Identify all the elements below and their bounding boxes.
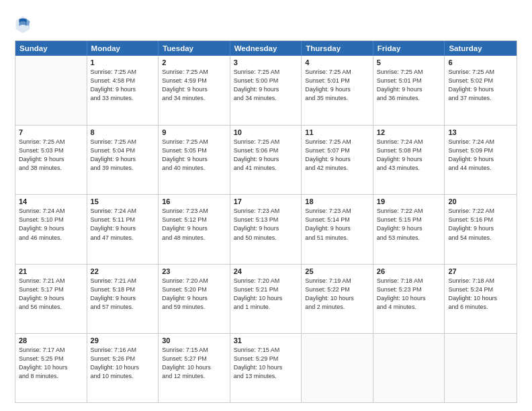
calendar-cell: 26Sunrise: 7:18 AM Sunset: 5:23 PM Dayli…: [373, 265, 445, 333]
day-number: 8: [91, 128, 155, 136]
calendar-cell: [302, 334, 373, 402]
day-number: 29: [91, 336, 155, 345]
day-number: 22: [91, 267, 155, 275]
day-info: Sunrise: 7:25 AM Sunset: 5:00 PM Dayligh…: [234, 68, 298, 103]
day-info: Sunrise: 7:18 AM Sunset: 5:23 PM Dayligh…: [377, 277, 441, 312]
calendar-cell: 9Sunrise: 7:25 AM Sunset: 5:05 PM Daylig…: [159, 126, 230, 194]
day-info: Sunrise: 7:23 AM Sunset: 5:14 PM Dayligh…: [305, 207, 369, 242]
calendar-cell: 8Sunrise: 7:25 AM Sunset: 5:04 PM Daylig…: [87, 126, 159, 194]
calendar-cell: 11Sunrise: 7:25 AM Sunset: 5:07 PM Dayli…: [302, 126, 373, 194]
day-number: 11: [305, 128, 369, 136]
calendar-header: SundayMondayTuesdayWednesdayThursdayFrid…: [15, 41, 517, 56]
day-info: Sunrise: 7:19 AM Sunset: 5:22 PM Dayligh…: [305, 277, 369, 312]
day-info: Sunrise: 7:21 AM Sunset: 5:18 PM Dayligh…: [91, 277, 155, 312]
day-info: Sunrise: 7:25 AM Sunset: 5:02 PM Dayligh…: [448, 68, 513, 103]
day-info: Sunrise: 7:24 AM Sunset: 5:10 PM Dayligh…: [19, 207, 83, 242]
calendar-cell: 28Sunrise: 7:17 AM Sunset: 5:25 PM Dayli…: [15, 334, 87, 402]
day-number: 3: [234, 58, 298, 66]
calendar-cell: 3Sunrise: 7:25 AM Sunset: 5:00 PM Daylig…: [230, 56, 302, 125]
day-info: Sunrise: 7:25 AM Sunset: 5:06 PM Dayligh…: [234, 138, 298, 173]
day-number: 5: [377, 58, 441, 66]
day-info: Sunrise: 7:17 AM Sunset: 5:25 PM Dayligh…: [19, 346, 83, 381]
day-number: 28: [19, 336, 83, 345]
weekday-header: Friday: [373, 41, 445, 56]
calendar-cell: 4Sunrise: 7:25 AM Sunset: 5:01 PM Daylig…: [302, 56, 373, 125]
calendar-cell: 23Sunrise: 7:20 AM Sunset: 5:20 PM Dayli…: [159, 265, 230, 333]
calendar-cell: 21Sunrise: 7:21 AM Sunset: 5:17 PM Dayli…: [15, 265, 87, 333]
day-number: 31: [234, 336, 298, 345]
calendar-cell: 29Sunrise: 7:16 AM Sunset: 5:26 PM Dayli…: [87, 334, 159, 402]
calendar-cell: 5Sunrise: 7:25 AM Sunset: 5:01 PM Daylig…: [373, 56, 445, 125]
calendar-cell: 24Sunrise: 7:20 AM Sunset: 5:21 PM Dayli…: [230, 265, 302, 333]
calendar-cell: 27Sunrise: 7:18 AM Sunset: 5:24 PM Dayli…: [445, 265, 517, 333]
calendar-body: 1Sunrise: 7:25 AM Sunset: 4:58 PM Daylig…: [15, 56, 517, 402]
calendar-cell: 15Sunrise: 7:24 AM Sunset: 5:11 PM Dayli…: [87, 195, 159, 263]
calendar-week: 7Sunrise: 7:25 AM Sunset: 5:03 PM Daylig…: [15, 125, 517, 194]
page-header: [15, 12, 517, 34]
weekday-header: Sunday: [15, 41, 87, 56]
day-number: 19: [377, 197, 441, 205]
day-info: Sunrise: 7:25 AM Sunset: 5:07 PM Dayligh…: [305, 138, 369, 173]
calendar-cell: 19Sunrise: 7:22 AM Sunset: 5:15 PM Dayli…: [373, 195, 445, 263]
calendar-cell: 6Sunrise: 7:25 AM Sunset: 5:02 PM Daylig…: [445, 56, 517, 125]
calendar-cell: 10Sunrise: 7:25 AM Sunset: 5:06 PM Dayli…: [230, 126, 302, 194]
day-info: Sunrise: 7:24 AM Sunset: 5:09 PM Dayligh…: [448, 138, 513, 173]
calendar-cell: 7Sunrise: 7:25 AM Sunset: 5:03 PM Daylig…: [15, 126, 87, 194]
day-number: 27: [448, 267, 513, 275]
weekday-header: Tuesday: [159, 41, 230, 56]
calendar-week: 28Sunrise: 7:17 AM Sunset: 5:25 PM Dayli…: [15, 333, 517, 402]
day-info: Sunrise: 7:18 AM Sunset: 5:24 PM Dayligh…: [448, 277, 513, 312]
calendar-week: 1Sunrise: 7:25 AM Sunset: 4:58 PM Daylig…: [15, 56, 517, 125]
calendar-cell: 20Sunrise: 7:22 AM Sunset: 5:16 PM Dayli…: [445, 195, 517, 263]
calendar-cell: 31Sunrise: 7:15 AM Sunset: 5:29 PM Dayli…: [230, 334, 302, 402]
calendar-cell: 2Sunrise: 7:25 AM Sunset: 4:59 PM Daylig…: [159, 56, 230, 125]
day-number: 1: [91, 58, 155, 66]
weekday-header: Saturday: [445, 41, 517, 56]
day-info: Sunrise: 7:25 AM Sunset: 4:59 PM Dayligh…: [162, 68, 226, 103]
calendar-cell: 1Sunrise: 7:25 AM Sunset: 4:58 PM Daylig…: [87, 56, 159, 125]
day-info: Sunrise: 7:15 AM Sunset: 5:27 PM Dayligh…: [162, 346, 226, 381]
day-number: 23: [162, 267, 226, 275]
weekday-header: Thursday: [302, 41, 373, 56]
day-number: 14: [19, 197, 83, 205]
day-info: Sunrise: 7:25 AM Sunset: 5:01 PM Dayligh…: [305, 68, 369, 103]
day-info: Sunrise: 7:22 AM Sunset: 5:15 PM Dayligh…: [377, 207, 441, 242]
calendar-cell: 18Sunrise: 7:23 AM Sunset: 5:14 PM Dayli…: [302, 195, 373, 263]
day-number: 12: [377, 128, 441, 136]
logo-icon: [15, 15, 31, 34]
calendar-cell: 16Sunrise: 7:23 AM Sunset: 5:12 PM Dayli…: [159, 195, 230, 263]
day-number: 10: [234, 128, 298, 136]
day-info: Sunrise: 7:16 AM Sunset: 5:26 PM Dayligh…: [91, 346, 155, 381]
calendar-cell: 22Sunrise: 7:21 AM Sunset: 5:18 PM Dayli…: [87, 265, 159, 333]
day-info: Sunrise: 7:23 AM Sunset: 5:13 PM Dayligh…: [234, 207, 298, 242]
calendar-cell: [15, 56, 87, 125]
day-info: Sunrise: 7:25 AM Sunset: 4:58 PM Dayligh…: [91, 68, 155, 103]
day-number: 7: [19, 128, 83, 136]
day-info: Sunrise: 7:24 AM Sunset: 5:11 PM Dayligh…: [91, 207, 155, 242]
day-info: Sunrise: 7:23 AM Sunset: 5:12 PM Dayligh…: [162, 207, 226, 242]
day-info: Sunrise: 7:21 AM Sunset: 5:17 PM Dayligh…: [19, 277, 83, 312]
day-info: Sunrise: 7:20 AM Sunset: 5:21 PM Dayligh…: [234, 277, 298, 312]
day-number: 26: [377, 267, 441, 275]
day-info: Sunrise: 7:25 AM Sunset: 5:04 PM Dayligh…: [91, 138, 155, 173]
day-number: 17: [234, 197, 298, 205]
day-info: Sunrise: 7:22 AM Sunset: 5:16 PM Dayligh…: [448, 207, 513, 242]
weekday-header: Monday: [87, 41, 159, 56]
logo: [15, 15, 34, 34]
day-number: 9: [162, 128, 226, 136]
day-info: Sunrise: 7:24 AM Sunset: 5:08 PM Dayligh…: [377, 138, 441, 173]
day-info: Sunrise: 7:15 AM Sunset: 5:29 PM Dayligh…: [234, 346, 298, 381]
day-number: 30: [162, 336, 226, 345]
calendar-week: 21Sunrise: 7:21 AM Sunset: 5:17 PM Dayli…: [15, 264, 517, 333]
day-number: 24: [234, 267, 298, 275]
day-number: 25: [305, 267, 369, 275]
calendar-cell: 12Sunrise: 7:24 AM Sunset: 5:08 PM Dayli…: [373, 126, 445, 194]
calendar-cell: 17Sunrise: 7:23 AM Sunset: 5:13 PM Dayli…: [230, 195, 302, 263]
day-number: 4: [305, 58, 369, 66]
day-number: 2: [162, 58, 226, 66]
day-info: Sunrise: 7:25 AM Sunset: 5:05 PM Dayligh…: [162, 138, 226, 173]
calendar-cell: 13Sunrise: 7:24 AM Sunset: 5:09 PM Dayli…: [445, 126, 517, 194]
day-number: 13: [448, 128, 513, 136]
day-number: 15: [91, 197, 155, 205]
calendar: SundayMondayTuesdayWednesdayThursdayFrid…: [15, 40, 517, 403]
